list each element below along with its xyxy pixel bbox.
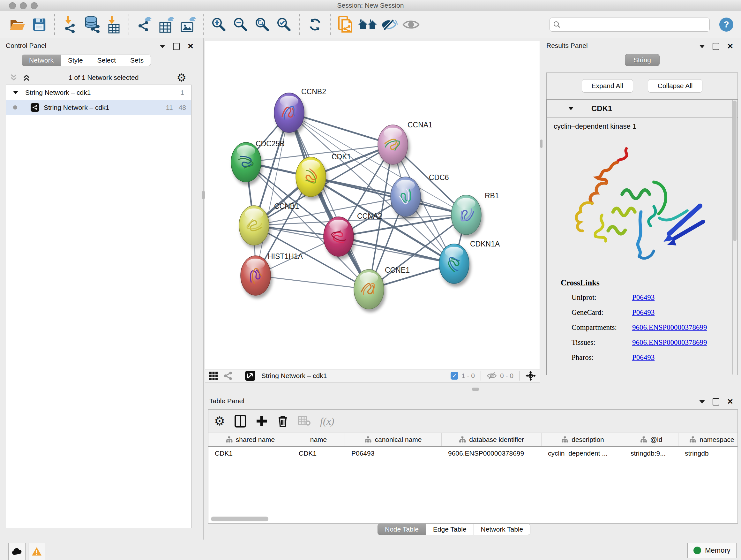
float-panel-icon[interactable]: [713, 398, 719, 406]
network-node-CCNE1[interactable]: [354, 269, 384, 309]
crosslink-value-link[interactable]: P06493: [632, 308, 655, 317]
network-node-CDKN1A[interactable]: [439, 244, 469, 284]
network-edge-CCNB2-CCNA1[interactable]: [289, 113, 393, 145]
network-edge-CCNB2-HIST1H1A[interactable]: [256, 113, 289, 275]
memory-button[interactable]: Memory: [687, 543, 737, 558]
table-options-gear-icon[interactable]: ⚙: [214, 415, 225, 427]
home-button[interactable]: [358, 14, 378, 35]
pan-mode-icon[interactable]: [525, 370, 536, 381]
selected-nodes-checkbox[interactable]: ✓: [451, 372, 458, 380]
add-column-icon[interactable]: [256, 415, 268, 427]
table-column-header[interactable]: name: [292, 433, 345, 446]
open-session-button[interactable]: [8, 14, 27, 35]
network-edge-HIST1H1A-CCNE1[interactable]: [256, 275, 369, 289]
table-column-header[interactable]: database identifier: [442, 433, 542, 446]
table-cell[interactable]: cyclin–dependent ...: [542, 449, 624, 457]
export-table-button[interactable]: [156, 14, 176, 35]
hide-selected-button[interactable]: [380, 14, 399, 35]
zoom-fit-button[interactable]: [253, 14, 272, 35]
close-panel-icon[interactable]: ✕: [727, 398, 733, 406]
search-input[interactable]: [563, 20, 706, 28]
expand-all-button[interactable]: Expand All: [582, 79, 633, 92]
collapse-all-networks-icon[interactable]: [10, 73, 18, 82]
float-panel-icon[interactable]: [173, 43, 180, 50]
expand-all-networks-icon[interactable]: [22, 73, 30, 82]
network-node-RB1[interactable]: [451, 195, 481, 235]
tab-network-table[interactable]: Network Table: [474, 523, 531, 535]
import-network-from-database-button[interactable]: [82, 14, 102, 35]
crosslink-value-link[interactable]: 9606.ENSP00000378699: [632, 323, 707, 332]
show-columns-icon[interactable]: [234, 415, 246, 428]
zoom-selected-button[interactable]: [274, 14, 294, 35]
network-node-CCNB2[interactable]: [274, 93, 304, 132]
panel-menu-icon[interactable]: [699, 400, 705, 403]
export-network-button[interactable]: [135, 14, 154, 35]
zoom-in-button[interactable]: [209, 14, 229, 35]
table-hscrollbar-thumb[interactable]: [211, 516, 268, 521]
column-label: description: [571, 436, 604, 443]
network-node-CCNB1[interactable]: [239, 206, 269, 245]
table-cell[interactable]: CDK1: [292, 449, 345, 457]
tab-string[interactable]: String: [625, 54, 660, 66]
import-table-button[interactable]: [104, 14, 124, 35]
tab-network[interactable]: Network: [22, 55, 61, 66]
network-node-CDK1[interactable]: [296, 157, 326, 197]
close-panel-icon[interactable]: ✕: [187, 43, 194, 50]
network-node-CCNA1[interactable]: [378, 125, 408, 165]
network-node-CDC6[interactable]: [391, 177, 421, 216]
panel-menu-icon[interactable]: [699, 45, 705, 48]
tab-style[interactable]: Style: [61, 55, 90, 66]
tab-node-table[interactable]: Node Table: [378, 523, 426, 535]
table-cell[interactable]: CDK1: [208, 449, 292, 457]
tab-edge-table[interactable]: Edge Table: [426, 523, 474, 535]
export-image-button[interactable]: [178, 14, 198, 35]
table-panel-splitter-grip[interactable]: [472, 388, 479, 391]
cloud-status-button[interactable]: [8, 543, 25, 560]
crosslink-value-link[interactable]: P06493: [632, 294, 655, 302]
table-column-header[interactable]: @id: [624, 433, 678, 446]
float-panel-icon[interactable]: [713, 43, 719, 50]
help-button[interactable]: ?: [719, 17, 733, 32]
collection-expand-icon[interactable]: [13, 91, 18, 94]
detach-view-icon[interactable]: [245, 370, 256, 381]
clone-network-button[interactable]: [336, 14, 356, 35]
warnings-button[interactable]: [28, 543, 45, 560]
control-panel-splitter-grip[interactable]: [202, 191, 205, 199]
collapse-all-button[interactable]: Collapse All: [648, 79, 703, 92]
table-cell[interactable]: 9606.ENSP00000378699: [442, 449, 542, 457]
table-row[interactable]: CDK1CDK1P064939606.ENSP00000378699cyclin…: [208, 447, 738, 460]
table-cell[interactable]: stringdb:9...: [624, 449, 678, 457]
delete-column-icon[interactable]: [277, 415, 288, 428]
network-collection-row[interactable]: String Network – cdk1 1: [6, 85, 191, 100]
table-column-header[interactable]: description: [542, 433, 624, 446]
panel-menu-icon[interactable]: [159, 45, 165, 48]
network-share-icon[interactable]: [223, 371, 233, 381]
zoom-out-button[interactable]: [231, 14, 251, 35]
birds-eye-view-icon[interactable]: [209, 371, 218, 381]
network-options-gear-icon[interactable]: ⚙: [177, 72, 186, 83]
import-network-button[interactable]: [60, 14, 80, 35]
table-cell[interactable]: P06493: [345, 449, 442, 457]
network-canvas[interactable]: CCNB2CCNA1CDC25BCDK1CDC6RB1CCNB1CCNA2CDK…: [205, 41, 540, 369]
save-session-button[interactable]: [29, 14, 49, 35]
show-all-button[interactable]: [401, 14, 421, 35]
table-column-header[interactable]: canonical name: [345, 433, 442, 446]
table-column-header[interactable]: shared name: [208, 433, 292, 446]
tab-select[interactable]: Select: [90, 55, 123, 66]
table-column-header[interactable]: namespace: [678, 433, 738, 446]
network-row[interactable]: String Network – cdk1 11 48: [6, 100, 191, 115]
network-node-CDC25B[interactable]: [231, 142, 261, 182]
crosslink-value-link[interactable]: P06493: [632, 354, 655, 362]
results-scrollbar-thumb[interactable]: [733, 101, 737, 241]
gene-header-row[interactable]: CDK1: [547, 100, 738, 118]
network-edge-CCNB2-CCNE1[interactable]: [289, 113, 369, 289]
eye-icon: [402, 18, 420, 31]
tab-sets[interactable]: Sets: [123, 55, 151, 66]
network-node-HIST1H1A[interactable]: [241, 256, 271, 295]
table-cell[interactable]: stringdb: [678, 449, 738, 457]
crosslink-value-link[interactable]: 9606.ENSP00000378699: [632, 338, 707, 347]
gene-collapse-icon[interactable]: [568, 107, 574, 110]
apply-style-button[interactable]: [305, 14, 325, 35]
close-panel-icon[interactable]: ✕: [727, 43, 733, 50]
network-node-CCNA2[interactable]: [324, 217, 354, 256]
